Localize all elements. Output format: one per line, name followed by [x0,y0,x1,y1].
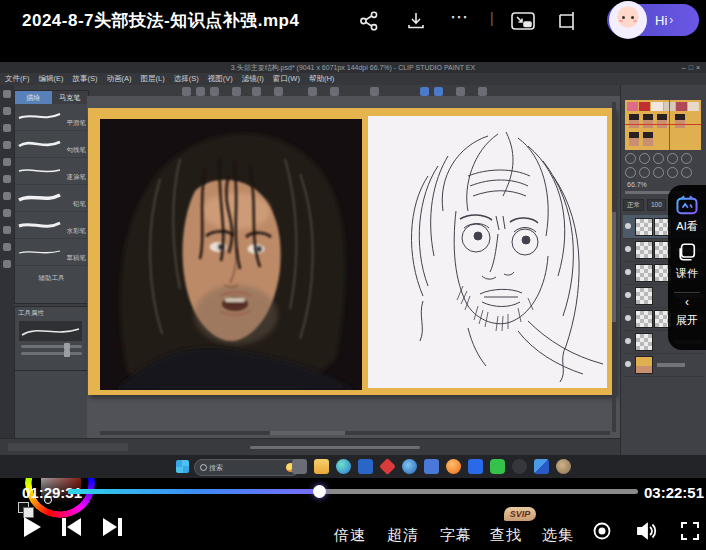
menu-file: 文件(F) [5,74,30,84]
save-icon [210,87,219,96]
app-blue-icon [424,459,439,474]
side-panel-divider [674,292,700,293]
video-screen[interactable]: 3.头部主要结构.psd* (9041 x 6071px 144dpi 66.7… [0,62,706,478]
taskbar-search-label: 搜索 [209,464,223,471]
windows-taskbar: 搜索 [0,455,706,478]
tool-icon [3,260,11,268]
active-tool-b-icon [434,87,443,96]
deselect-icon [274,87,283,96]
undo-icon [232,87,241,96]
windows-start-icon [176,460,189,473]
tool-icon [3,209,11,217]
menu-select: 选择(S) [174,74,199,84]
menu-view: 视图(V) [208,74,233,84]
share-icon[interactable] [358,10,380,32]
create-subtool-label: 辅助工具 [15,274,88,283]
more-icon[interactable]: ⋯ [450,6,470,28]
menu-layer: 图层(L) [141,74,165,84]
layer-blend-select: 正常 [623,199,644,211]
progress-fill [68,489,319,494]
brush-item: 平滑笔 [15,104,88,131]
canvas-horizontal-scrollbar [100,431,610,435]
app-teal-icon [402,459,417,474]
download-icon[interactable] [405,10,427,32]
brush-item: 水彩笔 [15,212,88,239]
brush-item: 勾线笔 [15,131,88,158]
status-scroll [250,446,420,449]
top-bar: 2024-8-7头部技法-知识点补强.mp4 ⋯ | [0,0,706,40]
app-x-icon [468,459,483,474]
tool-property-title: 工具属性 [15,307,88,320]
next-button[interactable] [100,514,126,540]
navigator-buttons [625,153,701,178]
progress-thumb[interactable] [313,485,326,498]
canvas-vertical-scrollbar [612,102,616,432]
transform-icon [308,87,317,96]
courseware-label: 课件 [668,266,706,281]
progress-bar[interactable] [68,489,638,494]
volume-icon[interactable] [634,519,658,543]
store-icon [358,459,373,474]
reference-photo [100,119,362,390]
navigator-thumbnail [625,100,701,150]
menu-edit: 编辑(E) [39,74,64,84]
brush-item: 速涂笔 [15,158,88,185]
menu-story: 故事(S) [73,74,98,84]
opacity-slider [21,352,82,355]
edge-icon [336,459,351,474]
csp-window-title: 3.头部主要结构.psd* (9041 x 6071px 144dpi 66.7… [231,64,475,71]
speed-button[interactable]: 倍速 [334,526,366,545]
photos-icon [534,459,549,474]
taskbar-search: 搜索 [194,459,300,476]
expand-button[interactable]: ‹ 展开 [668,295,706,328]
ai-camera-icon [676,195,698,215]
tool-icon [3,243,11,251]
player-side-panel: AI看 课件 ‹ 展开 [668,185,706,350]
picture-in-picture-icon[interactable] [510,10,536,32]
layer-row [623,353,705,377]
quality-button[interactable]: 超清 [387,526,419,545]
total-time: 03:22:51 [644,484,704,501]
tool-icon [3,124,11,132]
svip-badge: SVIP [504,507,536,521]
ai-watch-button[interactable]: AI看 [668,195,706,234]
firefox-icon [446,459,461,474]
snap-icon [456,87,465,96]
subtool-tab-draw: 描绘 [15,91,52,104]
brush-size-slider [21,345,82,348]
tool-icon [3,158,11,166]
csp-status-bar [0,438,706,456]
window-controls: –□× [682,62,703,73]
settings-icon[interactable] [592,521,612,541]
menu-filter: 滤镜(I) [242,74,264,84]
episodes-button[interactable]: 选集 [542,526,574,545]
task-view-icon [292,459,307,474]
open-file-icon [196,87,205,96]
status-widget [8,443,128,451]
menu-help: 帮助(H) [309,74,334,84]
brush-item: 铅笔 [15,185,88,212]
video-title: 2024-8-7头部技法-知识点补强.mp4 [22,9,299,32]
expand-label: 展开 [668,313,706,328]
account-pill[interactable]: Hi › [607,4,699,36]
courseware-button[interactable]: 课件 [668,242,706,281]
ruler-icon [330,87,339,96]
app-dark-icon [512,459,527,474]
previous-button[interactable] [58,514,84,540]
new-file-icon [182,87,191,96]
video-player-app: 2024-8-7头部技法-知识点补强.mp4 ⋯ | [0,0,706,550]
navigator-zoom-value: 66.7% [627,181,647,188]
search-button[interactable]: 查找 [490,526,522,545]
fullscreen-icon[interactable] [680,521,700,541]
play-button[interactable] [18,514,44,540]
app-sphere-icon [556,459,571,474]
ai-watch-label: AI看 [668,219,706,234]
mini-window-icon[interactable] [557,10,579,32]
lineart-sketch [368,116,607,388]
active-tool-a-icon [420,87,429,96]
subtitle-button[interactable]: 字幕 [440,526,472,545]
settings-tool-icon [478,87,487,96]
app-red-icon [379,458,396,475]
explorer-icon [314,459,329,474]
brush-item: 草稿笔 [15,239,88,266]
